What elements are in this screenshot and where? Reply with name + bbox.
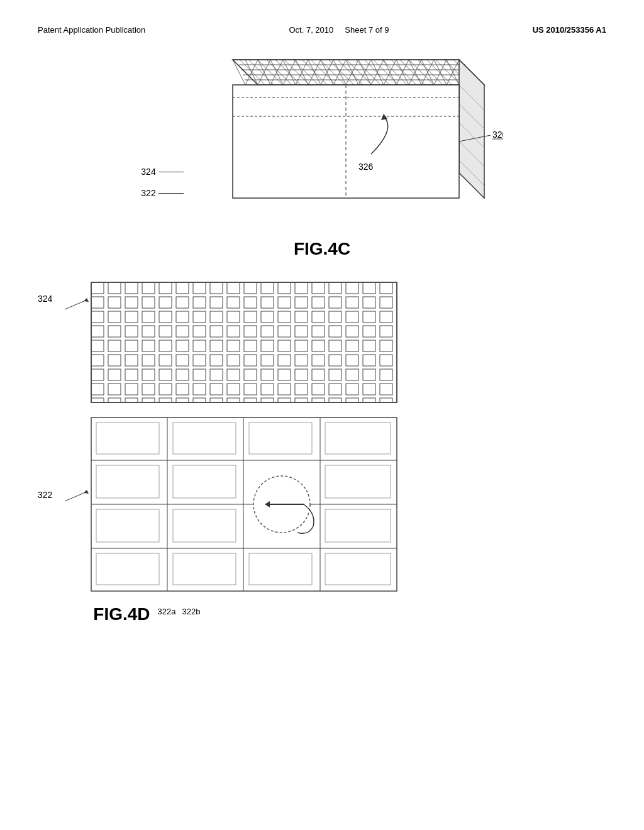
label-324-arrow <box>52 294 90 313</box>
svg-marker-2 <box>233 60 484 85</box>
fig4c-svg: 320 326 <box>189 53 503 236</box>
label-322b: 322b <box>182 607 201 616</box>
svg-marker-58 <box>84 298 89 302</box>
header-right: US 2010/253356 A1 <box>533 25 606 35</box>
label-324-fig4c: 324 <box>141 167 155 177</box>
svg-marker-44 <box>459 60 484 198</box>
header-left: Patent Application Publication <box>38 25 145 35</box>
fig4c-diagram: 324 322 <box>38 53 606 236</box>
svg-rect-84 <box>249 553 312 585</box>
label-320: 320 <box>492 130 503 140</box>
svg-rect-82 <box>96 553 159 585</box>
svg-line-63 <box>65 492 87 501</box>
grid-322-svg <box>90 416 398 592</box>
fig4c-section: 324 322 <box>38 53 606 259</box>
svg-rect-80 <box>173 509 236 542</box>
svg-rect-85 <box>325 553 391 585</box>
svg-rect-61 <box>92 283 396 402</box>
svg-rect-73 <box>173 423 236 454</box>
label-324-fig4d: 324 <box>38 294 52 304</box>
fig4d-section: 324 /* generated below */ <box>38 281 606 624</box>
label-322-fig4c: 322 <box>141 188 155 198</box>
header-date: Oct. 7, 2010 <box>289 25 333 35</box>
label-326: 326 <box>358 162 374 172</box>
svg-marker-64 <box>84 490 89 494</box>
grid-324-svg: /* generated below */ <box>90 281 398 404</box>
label-322a: 322a <box>158 607 176 616</box>
svg-rect-76 <box>96 465 159 498</box>
fig4c-caption: FIG.4C <box>38 239 606 259</box>
page: Patent Application Publication Oct. 7, 2… <box>0 0 644 830</box>
svg-rect-79 <box>96 509 159 542</box>
svg-rect-72 <box>96 423 159 454</box>
svg-rect-74 <box>249 423 312 454</box>
label-322-arrow <box>52 485 90 504</box>
svg-rect-78 <box>325 465 391 498</box>
page-header: Patent Application Publication Oct. 7, 2… <box>38 25 606 35</box>
label-322-fig4d: 322 <box>38 490 52 500</box>
svg-rect-83 <box>173 553 236 585</box>
header-sheet: Sheet 7 of 9 <box>345 25 389 35</box>
fig4d-caption: FIG.4D <box>93 604 150 624</box>
svg-rect-77 <box>173 465 236 498</box>
svg-rect-81 <box>325 509 391 542</box>
svg-rect-75 <box>325 423 391 454</box>
header-center: Oct. 7, 2010 Sheet 7 of 9 <box>289 25 389 35</box>
svg-line-57 <box>65 300 87 309</box>
